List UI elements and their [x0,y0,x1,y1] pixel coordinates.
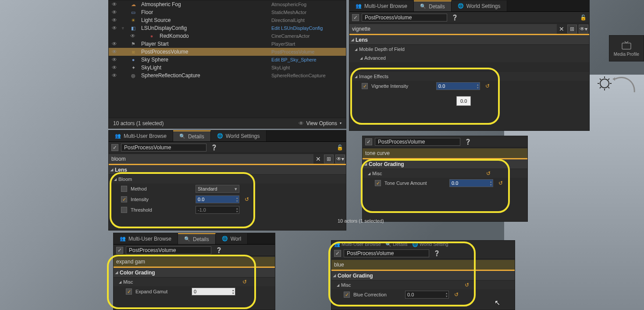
category-lens[interactable]: ◢Lens [109,165,346,175]
actor-type[interactable]: Edit LSUnDisplayConfig [271,25,346,31]
vignette-value-input[interactable]: 0.0▴▾ [436,82,480,90]
view-options-button[interactable]: 👁 View Options ▾ [299,120,342,126]
tonecurve-override-checkbox[interactable] [375,180,381,186]
help-icon[interactable]: ❔ [211,144,217,151]
reset-icon[interactable]: ↺ [465,282,469,288]
tonecurve-value-input[interactable]: 0.0▴▾ [449,179,493,187]
visibility-eye-icon[interactable]: 👁 [110,72,118,79]
outliner-row[interactable]: 👁⚑Player StartPlayerStart [109,40,346,48]
lock-icon[interactable]: 🔓 [337,144,343,151]
visibility-eye-icon[interactable]: 👁 [110,9,118,15]
tab-world-settings[interactable]: 🌐Worl [216,233,248,244]
property-matrix-button[interactable]: ⊞ [567,25,577,33]
object-checkbox[interactable]: ✓ [365,138,372,145]
search-input[interactable] [114,257,275,267]
subcategory-misc[interactable]: ◢Misc↺ [331,281,515,289]
subcategory-misc[interactable]: ◢Misc↺ [114,278,275,286]
search-input[interactable] [109,154,313,164]
object-name-input[interactable] [375,138,460,146]
object-checkbox[interactable]: ✓ [352,14,359,21]
clear-search-button[interactable]: ✕ [313,155,323,162]
reset-icon[interactable]: ↺ [485,83,490,89]
bluecorr-override-checkbox[interactable] [344,292,350,298]
threshold-override-checkbox[interactable] [121,207,127,213]
help-icon[interactable]: ❔ [452,14,458,21]
category-colorgrading[interactable]: ◢Color Grading [331,271,515,281]
expand-arrow-icon[interactable]: ▿ [122,26,126,30]
subcategory-imagefx[interactable]: ◢Image Effects [349,72,589,81]
object-name-input[interactable] [362,14,447,22]
tab-world-settings[interactable]: 🌐World Settings [211,130,267,141]
tab-details[interactable]: 🔍Details [173,130,211,141]
help-icon[interactable]: ❔ [465,139,471,145]
actor-type-icon: ▭ [130,9,137,16]
subcategory-bloom[interactable]: ◢Bloom [109,175,346,184]
category-colorgrading[interactable]: ◢Color Grading [363,159,527,169]
visibility-eye-icon[interactable]: 👁 [110,17,118,23]
details-panel-expandgamut: 👥Multi-User Browse 🔍Details 🌐Worl ✓ ❔ ◢C… [113,233,275,310]
tab-multiuser[interactable]: 👥Multi-User Browse [109,130,173,141]
actor-type[interactable]: Edit BP_Sky_Sphere [271,57,346,62]
help-icon[interactable]: ❔ [434,250,440,256]
object-checkbox[interactable]: ✓ [116,247,123,254]
method-dropdown[interactable]: Standard [196,185,239,193]
visibility-eye-icon[interactable]: 👁 [129,33,137,39]
subcategory-mdof[interactable]: ◢Mobile Depth of Field [349,45,589,54]
globe-icon: 🌐 [458,3,464,9]
filter-eye-button[interactable]: 👁▾ [579,25,588,33]
search-input[interactable] [331,260,515,270]
method-override-checkbox[interactable] [121,186,127,192]
search-input[interactable] [349,24,557,34]
object-name-input[interactable] [344,249,429,257]
outliner-row[interactable]: 👁✦SkyLightSkyLight [109,64,346,72]
subcategory-misc[interactable]: ◢Misc↺ [363,169,527,178]
reset-icon[interactable]: ↺ [454,292,459,298]
outliner-row[interactable]: 👁☀Light SourceDirectionalLight [109,16,346,24]
category-lens[interactable]: ◢Lens [349,35,589,45]
sun-angle-widget[interactable] [596,75,635,110]
property-matrix-button[interactable]: ⊞ [324,155,334,163]
tab-multiuser[interactable]: 👥Multi-User Browse [114,233,178,244]
threshold-value-input[interactable]: -1.0▴▾ [196,206,239,214]
outliner-row[interactable]: 👁◎SphereReflectionCaptureSphereReflectio… [109,72,346,79]
category-colorgrading[interactable]: ◢Color Grading [114,268,275,278]
reset-icon[interactable]: ↺ [498,180,503,186]
outliner-row[interactable]: 👁☁Atmospheric FogAtmosphericFog [109,0,346,8]
object-checkbox[interactable]: ✓ [111,144,118,151]
vignette-override-checkbox[interactable] [362,83,368,89]
bluecorr-value-input[interactable]: 0.0▴▾ [405,291,449,299]
visibility-eye-icon[interactable]: 👁 [110,1,118,7]
intensity-value-input[interactable]: 0.0▴▾ [196,195,239,203]
tab-world-settings[interactable]: 🌐World Settings [452,0,507,11]
help-icon[interactable]: ❔ [216,247,222,253]
outliner-row[interactable]: 👁●RedKomodoCineCameraActor [109,32,346,40]
outliner-row[interactable]: 👁▭FloorStaticMeshActor [109,8,346,16]
tab-multiuser[interactable]: 👥Multi-User Browse [349,0,414,11]
search-input[interactable] [363,148,527,158]
outliner-row[interactable]: 👁◙PostProcessVolumePostProcessVolume [109,48,346,56]
object-name-input[interactable] [121,144,206,151]
reset-icon[interactable]: ↺ [245,196,249,202]
media-profile-button[interactable]: Media Profile [609,35,644,61]
filter-eye-button[interactable]: 👁▾ [335,155,345,163]
reset-icon[interactable]: ↺ [242,279,247,285]
object-name-input[interactable] [126,246,211,254]
intensity-override-checkbox[interactable] [121,196,127,202]
globe-icon: 🌐 [217,133,223,139]
visibility-eye-icon[interactable]: 👁 [110,25,118,31]
visibility-eye-icon[interactable]: 👁 [110,57,118,63]
tab-details[interactable]: 🔍Details [414,0,452,11]
outliner-row[interactable]: 👁▿◧LSUnDisplayConfigEdit LSUnDisplayConf… [109,24,346,32]
expandgamut-value-input[interactable]: 0▴▾ [192,288,235,296]
visibility-eye-icon[interactable]: 👁 [110,49,118,55]
outliner-row[interactable]: 👁●Sky SphereEdit BP_Sky_Sphere [109,56,346,64]
object-checkbox[interactable]: ✓ [334,250,341,257]
visibility-eye-icon[interactable]: 👁 [110,41,118,47]
clear-search-button[interactable]: ✕ [557,25,566,32]
subcategory-advanced[interactable]: ◢Advanced [349,54,589,62]
tab-details[interactable]: 🔍Details [178,233,216,244]
expandgamut-override-checkbox[interactable] [126,288,132,295]
reset-icon[interactable]: ↺ [486,170,491,177]
lock-icon[interactable]: 🔓 [580,14,587,21]
visibility-eye-icon[interactable]: 👁 [110,65,118,71]
